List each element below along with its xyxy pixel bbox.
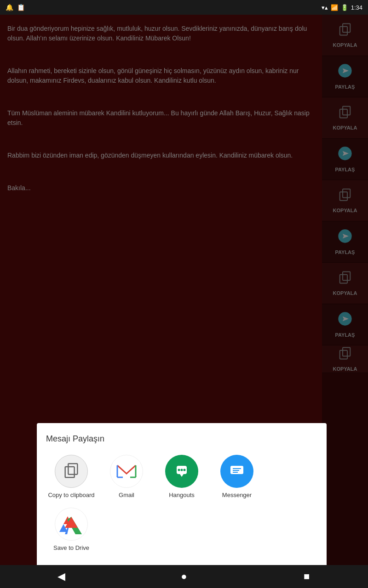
battery-icon: 🔋 [341, 4, 348, 11]
share-dialog: Mesajı Paylaşın Copy to clipboard [37, 423, 327, 565]
notification-icon: 🔔 [6, 4, 13, 11]
gmail-app-icon [110, 455, 143, 488]
share-app-gmail[interactable]: Gmail [101, 455, 152, 498]
time-display: 1:34 [351, 4, 362, 11]
hangouts-app-icon [165, 455, 198, 488]
home-button[interactable]: ● [172, 565, 196, 588]
signal-icon: 📶 [331, 4, 338, 11]
share-app-messenger[interactable]: Messenger [212, 455, 262, 498]
svg-rect-19 [68, 464, 77, 474]
status-bar-left: 🔔 📋 [6, 4, 25, 11]
recent-icon: ■ [304, 571, 310, 582]
svg-rect-20 [65, 467, 75, 477]
gmail-app-label: Gmail [119, 492, 134, 498]
share-app-hangouts[interactable]: Hangouts [156, 455, 207, 498]
recent-button[interactable]: ■ [295, 565, 318, 588]
status-bar: 🔔 📋 ▾▴ 📶 🔋 1:34 [0, 0, 368, 15]
messenger-app-label: Messenger [222, 492, 252, 498]
back-icon: ◀ [58, 571, 65, 582]
clipboard-app-label: Copy to clipboard [48, 492, 94, 498]
clipboard-app-icon [55, 455, 88, 488]
bottom-nav: ◀ ● ■ [0, 565, 368, 588]
wifi-icon: ▾▴ [322, 4, 328, 11]
share-dialog-overlay: Mesajı Paylaşın Copy to clipboard [0, 15, 368, 565]
share-app-drive[interactable]: Save to Drive [46, 508, 97, 551]
share-apps-row-1: Copy to clipboard Gmail [46, 455, 317, 498]
share-dialog-title: Mesajı Paylaşın [46, 434, 317, 444]
share-apps-row-2: Save to Drive [46, 508, 317, 551]
clipboard-status-icon: 📋 [17, 4, 25, 11]
messenger-app-icon [220, 455, 253, 488]
drive-app-label: Save to Drive [53, 544, 89, 551]
home-icon: ● [181, 571, 187, 582]
status-bar-right: ▾▴ 📶 🔋 1:34 [322, 4, 362, 11]
drive-app-icon [55, 508, 88, 541]
svg-point-29 [181, 469, 183, 471]
svg-marker-41 [65, 517, 78, 528]
svg-point-28 [178, 469, 180, 471]
back-button[interactable]: ◀ [50, 565, 73, 588]
svg-point-30 [184, 469, 186, 471]
share-app-clipboard[interactable]: Copy to clipboard [46, 455, 97, 498]
hangouts-app-label: Hangouts [169, 492, 195, 498]
